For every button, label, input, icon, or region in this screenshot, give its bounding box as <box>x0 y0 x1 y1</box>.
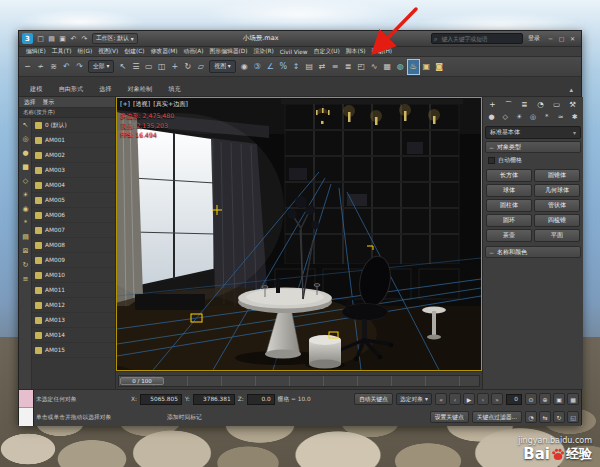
menu-item[interactable]: 工具(T) <box>49 47 75 56</box>
ribbon-tab[interactable]: 自由形式 <box>51 83 90 96</box>
object-type-button[interactable]: 管状体 <box>534 199 580 212</box>
time-slider-track[interactable]: 0 / 100 <box>118 375 480 387</box>
display-all-icon[interactable]: ● <box>19 146 32 160</box>
object-type-button[interactable]: 四棱锥 <box>534 214 580 227</box>
new-scene-icon[interactable]: □ <box>35 33 46 45</box>
rendered-frame-icon[interactable]: ▣ <box>420 59 433 75</box>
render-setup-icon[interactable]: ♨ <box>407 59 420 75</box>
signin-link[interactable]: 登录 <box>526 34 542 43</box>
menu-item[interactable]: 自定义(U) <box>311 47 343 56</box>
list-item[interactable]: AM014 <box>32 328 115 343</box>
helpers-icon[interactable]: * <box>540 111 553 123</box>
region-select-icon[interactable]: ▭ <box>142 59 155 75</box>
object-type-button[interactable]: 长方体 <box>486 169 532 182</box>
ribbon-toggle-icon[interactable]: ◰ <box>355 59 368 75</box>
object-type-rollout[interactable]: − 对象类型 <box>485 141 581 153</box>
display-geometry-icon[interactable]: ■ <box>19 160 32 174</box>
create-tab[interactable]: + <box>485 98 500 111</box>
lights-icon[interactable]: ☀ <box>513 111 526 123</box>
menu-item[interactable]: 图形编辑器(D) <box>207 47 251 56</box>
lock-selection-icon[interactable]: ⊠ <box>19 244 32 258</box>
viewport-menu[interactable]: [透视] <box>133 100 150 109</box>
redo-icon[interactable]: ↷ <box>79 33 90 45</box>
key-filters-button[interactable]: 关键点过滤器... <box>472 411 522 423</box>
render-production-icon[interactable]: ◙ <box>433 59 446 75</box>
ribbon-tab[interactable]: 填充 <box>161 83 187 96</box>
zoom-extents-all-icon[interactable]: ▦ <box>567 393 579 405</box>
list-item[interactable]: AM011 <box>32 283 115 298</box>
open-file-icon[interactable]: ▤ <box>46 33 57 45</box>
named-selection-icon[interactable]: ▤ <box>303 59 316 75</box>
undo-icon[interactable]: ↶ <box>68 33 79 45</box>
display-tab[interactable]: ▭ <box>549 98 564 111</box>
select-move-icon[interactable]: + <box>168 59 181 75</box>
current-frame-field[interactable]: 0 <box>506 394 522 405</box>
mirror-icon[interactable]: ⇄ <box>316 59 329 75</box>
zoom-all-icon[interactable]: ⊕ <box>539 393 551 405</box>
explorer-find-icon[interactable]: ◎ <box>19 132 32 146</box>
close-button[interactable]: ✕ <box>567 33 578 44</box>
list-item[interactable]: AM008 <box>32 238 115 253</box>
save-file-icon[interactable]: ▣ <box>57 33 68 45</box>
explorer-menu-item[interactable]: 显示 <box>43 98 55 107</box>
align-icon[interactable]: ≡ <box>329 59 342 75</box>
ribbon-tab[interactable]: 选择 <box>92 83 118 96</box>
list-item[interactable]: AM009 <box>32 253 115 268</box>
list-item[interactable]: AM010 <box>32 268 115 283</box>
unlink-icon[interactable]: ≁ <box>34 59 47 75</box>
list-item[interactable]: 0 (默认) <box>32 118 115 133</box>
explorer-settings-icon[interactable]: ≡ <box>19 272 32 286</box>
object-type-button[interactable]: 平面 <box>534 229 580 242</box>
spinner-snap-icon[interactable]: ↕ <box>290 59 303 75</box>
ribbon-minimize-icon[interactable]: ▴ <box>565 84 577 96</box>
app-menu-icon[interactable]: 3 <box>22 33 33 44</box>
menu-item[interactable]: 创建(C) <box>121 47 147 56</box>
perspective-viewport[interactable]: [+][透视][真实+边面] 多边形: 2,475,480顶点: 2,135,2… <box>116 97 482 371</box>
redo-icon[interactable]: ↷ <box>73 59 86 75</box>
zoom-icon[interactable]: ⊙ <box>525 393 537 405</box>
list-item[interactable]: AM001 <box>32 133 115 148</box>
viewport-menu[interactable]: [真实+边面] <box>153 100 188 109</box>
spacewarps-icon[interactable]: ≈ <box>554 111 567 123</box>
schematic-view-icon[interactable]: ▦ <box>381 59 394 75</box>
bind-spacewarp-icon[interactable]: ≋ <box>47 59 60 75</box>
object-type-button[interactable]: 球体 <box>486 184 532 197</box>
object-type-button[interactable]: 圆环 <box>486 214 532 227</box>
add-time-tag[interactable]: 添加时间标记 <box>167 413 202 422</box>
utilities-tab[interactable]: ⚒ <box>565 98 580 111</box>
maximize-viewport-icon[interactable]: ◱ <box>567 411 579 423</box>
autogrid-checkbox[interactable] <box>488 157 495 164</box>
time-slider[interactable]: 0 / 100 <box>116 371 482 389</box>
zoom-extents-icon[interactable]: ▣ <box>553 393 565 405</box>
name-color-rollout[interactable]: − 名称和颜色 <box>485 246 581 258</box>
geometry-icon[interactable]: ● <box>485 111 498 123</box>
go-to-start-button[interactable]: « <box>435 393 447 405</box>
crossing-select-icon[interactable]: ◫ <box>155 59 168 75</box>
list-item[interactable]: AM003 <box>32 163 115 178</box>
cameras-icon[interactable]: ◎ <box>527 111 540 123</box>
search-input[interactable] <box>439 35 517 43</box>
display-helpers-icon[interactable]: * <box>19 216 32 230</box>
maximize-button[interactable]: ▢ <box>556 33 567 44</box>
reference-coord-combo[interactable]: 视图 ▾ <box>209 60 235 73</box>
menu-item[interactable]: 动画(A) <box>180 47 206 56</box>
list-item[interactable]: AM004 <box>32 178 115 193</box>
menu-item[interactable]: 编辑(E) <box>23 47 49 56</box>
object-type-button[interactable]: 茶壶 <box>486 229 532 242</box>
ribbon-tab[interactable]: 对象绘制 <box>121 83 160 96</box>
viewport-menu[interactable]: [+] <box>120 100 130 109</box>
angle-snap-icon[interactable]: ∠ <box>264 59 277 75</box>
next-frame-button[interactable]: › <box>477 393 489 405</box>
select-object-icon[interactable]: ↖ <box>116 59 129 75</box>
set-key-button[interactable]: 设置关键点 <box>430 411 469 423</box>
y-coordinate-field[interactable]: 3786.381 <box>193 394 235 405</box>
menu-item[interactable]: 脚本(S) <box>343 47 369 56</box>
select-link-icon[interactable]: ∽ <box>21 59 34 75</box>
x-coordinate-field[interactable]: 5065.805 <box>140 394 182 405</box>
motion-tab[interactable]: ◔ <box>533 98 548 111</box>
systems-icon[interactable]: ✱ <box>568 111 581 123</box>
object-type-button[interactable]: 圆锥体 <box>534 169 580 182</box>
material-editor-icon[interactable]: ◍ <box>394 59 407 75</box>
modify-tab[interactable]: ⌒ <box>501 98 516 111</box>
menu-item[interactable]: 组(G) <box>74 47 95 56</box>
